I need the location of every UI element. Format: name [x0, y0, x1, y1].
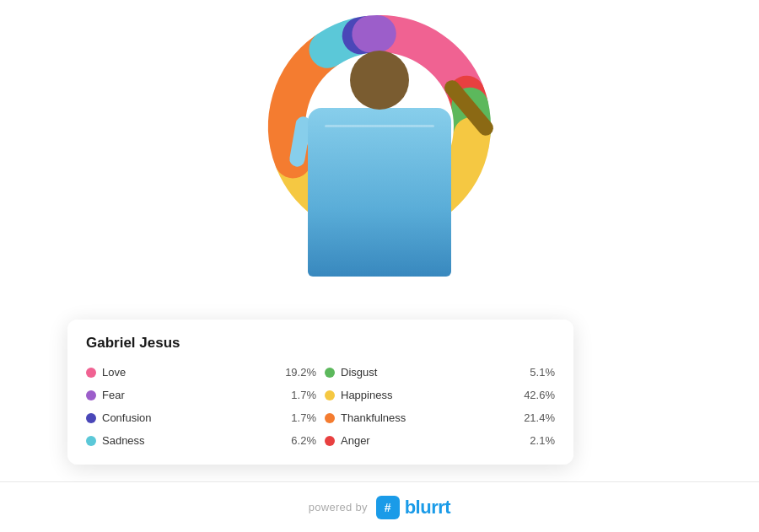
emotion-label: Disgust — [341, 366, 517, 379]
emotion-row: Love 19.2% — [86, 363, 316, 381]
emotion-label: Love — [102, 366, 278, 379]
emotion-pct: 1.7% — [284, 411, 316, 424]
player-jersey — [308, 108, 451, 277]
emotion-pct: 19.2% — [284, 366, 316, 379]
emotion-pct: 6.2% — [284, 434, 316, 447]
emotion-dot — [86, 413, 96, 423]
powered-by-text: powered by — [309, 501, 368, 513]
emotion-pct: 1.7% — [284, 389, 316, 401]
emotion-label: Fear — [102, 389, 278, 401]
emotion-pct: 42.6% — [523, 389, 555, 401]
emotion-row: Thankfulness 21.4% — [325, 409, 555, 427]
person-name: Gabriel Jesus — [86, 335, 555, 352]
emotions-grid: Love 19.2% Fear 1.7% Confusion 1.7% Sadn… — [86, 363, 555, 449]
emotion-dot — [325, 390, 335, 400]
emotion-row: Confusion 1.7% — [86, 409, 316, 427]
emotion-row: Disgust 5.1% — [325, 363, 555, 381]
emotion-pct: 5.1% — [523, 366, 555, 379]
emotion-pct: 21.4% — [523, 411, 555, 424]
blurrt-brand-name: blurrt — [405, 497, 450, 519]
emotion-dot — [86, 390, 96, 400]
emotion-dot — [325, 413, 335, 423]
emotion-row: Happiness 42.6% — [325, 386, 555, 404]
blurrt-logo: # blurrt — [376, 496, 450, 519]
emotions-right-column: Disgust 5.1% Happiness 42.6% Thankfulnes… — [325, 363, 555, 449]
info-card: Gabriel Jesus Love 19.2% Fear 1.7% Confu… — [67, 320, 573, 465]
footer: powered by # blurrt — [0, 481, 759, 532]
emotion-label: Happiness — [341, 389, 517, 401]
emotion-label: Sadness — [102, 434, 278, 447]
emotion-row: Sadness 6.2% — [86, 432, 316, 449]
emotion-label: Anger — [341, 434, 517, 447]
emotion-dot — [86, 368, 96, 378]
emotion-pct: 2.1% — [523, 434, 555, 447]
player-head — [350, 51, 409, 110]
emotion-dot — [325, 368, 335, 378]
blurrt-hash-icon: # — [376, 496, 400, 519]
emotion-row: Anger 2.1% — [325, 432, 555, 449]
emotion-label: Thankfulness — [341, 411, 517, 424]
main-container: Gabriel Jesus Love 19.2% Fear 1.7% Confu… — [0, 0, 759, 532]
emotions-left-column: Love 19.2% Fear 1.7% Confusion 1.7% Sadn… — [86, 363, 316, 449]
emotion-row: Fear 1.7% — [86, 386, 316, 404]
emotion-dot — [86, 436, 96, 446]
emotion-dot — [325, 436, 335, 446]
emotion-label: Confusion — [102, 411, 278, 424]
